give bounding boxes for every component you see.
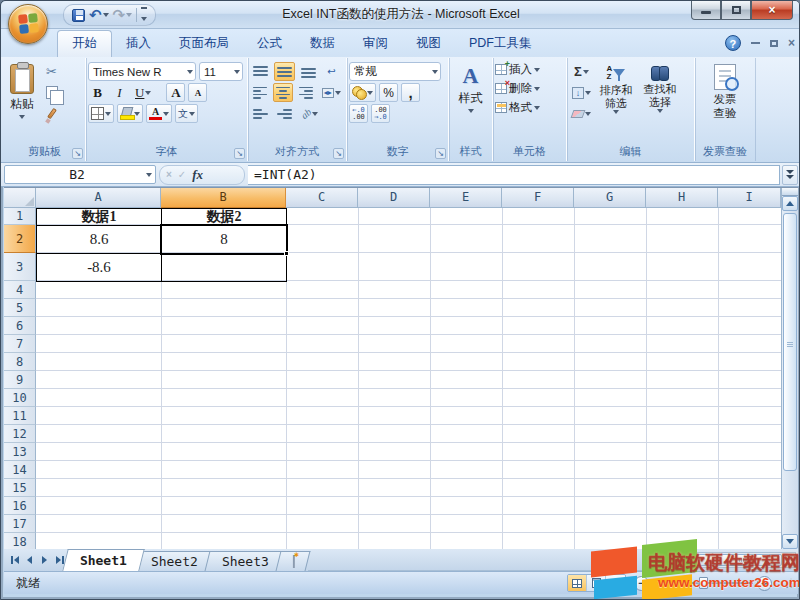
zoom-out-button[interactable]: − <box>634 576 649 591</box>
sort-filter-button[interactable]: AZ 排序和筛选 <box>594 62 638 145</box>
borders-button[interactable] <box>88 104 114 123</box>
phonetic-button[interactable]: 文 <box>175 104 198 123</box>
zoom-slider-thumb[interactable] <box>699 577 708 589</box>
normal-view-button[interactable] <box>568 575 587 591</box>
clipboard-dialog-launcher[interactable]: ↘ <box>72 148 83 159</box>
row-header[interactable]: 15 <box>4 479 36 497</box>
office-button[interactable] <box>8 4 48 44</box>
copy-button[interactable] <box>42 83 61 102</box>
font-name-combo[interactable]: Times New R <box>88 62 196 81</box>
row-header[interactable]: 17 <box>4 515 36 533</box>
styles-dropdown-arrow[interactable] <box>468 109 474 113</box>
tab-split-handle[interactable] <box>671 552 678 568</box>
select-all-corner[interactable] <box>4 188 36 208</box>
row-header[interactable]: 12 <box>4 425 36 443</box>
vertical-scrollbar[interactable] <box>781 188 798 549</box>
resize-grip[interactable] <box>782 578 792 588</box>
tab-home[interactable]: 开始 <box>57 30 112 57</box>
column-header-d[interactable]: D <box>358 188 430 208</box>
column-header-c[interactable]: C <box>286 188 358 208</box>
minimize-button[interactable] <box>691 1 721 20</box>
font-dialog-launcher[interactable]: ↘ <box>234 148 245 159</box>
row-cells[interactable] <box>36 335 781 353</box>
prev-sheet-button[interactable] <box>23 553 36 568</box>
close-button[interactable]: × <box>751 1 793 20</box>
sheet-tab-sheet3[interactable]: Sheet3 <box>204 551 286 571</box>
alignment-dialog-launcher[interactable]: ↘ <box>333 148 344 159</box>
merge-center-button[interactable]: ◂▸ <box>319 83 344 102</box>
tab-page-layout[interactable]: 页面布局 <box>165 31 243 57</box>
row-cells[interactable] <box>36 479 781 497</box>
column-header-f[interactable]: F <box>502 188 574 208</box>
row-header[interactable]: 9 <box>4 371 36 389</box>
cell-b3[interactable] <box>161 253 287 282</box>
row-header[interactable]: 16 <box>4 497 36 515</box>
row-cells[interactable] <box>36 443 781 461</box>
formula-bar-expand-button[interactable] <box>782 165 798 185</box>
workbook-minimize-button[interactable] <box>751 42 760 44</box>
row-cells[interactable] <box>36 299 781 317</box>
tab-insert[interactable]: 插入 <box>112 31 165 57</box>
fill-dropdown-arrow[interactable] <box>585 91 591 95</box>
column-header-b[interactable]: B <box>161 188 286 208</box>
row-cells[interactable] <box>36 317 781 335</box>
insert-function-button[interactable]: fx <box>192 167 203 183</box>
align-left-button[interactable] <box>250 83 270 102</box>
row-header[interactable]: 10 <box>4 389 36 407</box>
top-align-button[interactable] <box>250 62 271 81</box>
merge-dropdown-arrow[interactable] <box>335 91 341 95</box>
autosum-dropdown-arrow[interactable] <box>583 70 589 74</box>
first-sheet-button[interactable] <box>8 553 21 568</box>
clear-button[interactable] <box>569 104 594 123</box>
middle-align-button[interactable] <box>274 62 295 81</box>
font-color-button[interactable]: A <box>146 104 172 123</box>
increase-indent-button[interactable] <box>274 104 295 123</box>
align-center-button[interactable] <box>273 83 293 102</box>
scroll-up-button[interactable] <box>782 196 798 211</box>
row-header[interactable]: 11 <box>4 407 36 425</box>
autosum-button[interactable]: Σ <box>569 62 594 81</box>
invoice-check-button[interactable]: 发票查验 <box>697 62 753 122</box>
delete-cells-button[interactable]: 删除 <box>495 79 564 98</box>
row-cells[interactable] <box>36 497 781 515</box>
zoom-in-button[interactable]: + <box>757 576 772 591</box>
tab-review[interactable]: 审阅 <box>349 31 402 57</box>
underline-dropdown-arrow[interactable] <box>145 91 151 95</box>
percent-style-button[interactable]: % <box>379 83 398 102</box>
insert-dropdown-arrow[interactable] <box>534 68 540 72</box>
name-box[interactable]: B2 <box>4 165 156 184</box>
borders-dropdown-arrow[interactable] <box>105 112 111 116</box>
format-cells-button[interactable]: 格式 <box>495 98 564 117</box>
horizontal-scrollbar[interactable] <box>671 549 796 571</box>
selected-cell-b2[interactable]: 8 <box>160 224 288 255</box>
decrease-decimal-button[interactable]: .00→.0 <box>371 104 390 123</box>
sort-filter-dropdown-arrow[interactable] <box>613 110 619 114</box>
row-header[interactable]: 5 <box>4 299 36 317</box>
row-cells[interactable] <box>36 353 781 371</box>
tab-data[interactable]: 数据 <box>296 31 349 57</box>
row-cells[interactable] <box>36 533 781 549</box>
cell-a3[interactable]: -8.6 <box>36 253 162 282</box>
sheet-tab-sheet1[interactable]: Sheet1 <box>62 549 144 571</box>
format-dropdown-arrow[interactable] <box>534 106 540 110</box>
page-break-view-button[interactable] <box>606 575 625 591</box>
row-header[interactable]: 18 <box>4 533 36 549</box>
row-header[interactable]: 7 <box>4 335 36 353</box>
row-header[interactable]: 14 <box>4 461 36 479</box>
find-select-dropdown-arrow[interactable] <box>657 109 663 113</box>
decrease-indent-button[interactable] <box>250 104 271 123</box>
row-header[interactable]: 2 <box>4 225 36 253</box>
row-cells[interactable] <box>36 425 781 443</box>
fill-color-button[interactable] <box>117 104 143 123</box>
increase-decimal-button[interactable]: ←.0.00 <box>349 104 368 123</box>
comma-style-button[interactable]: , <box>401 83 420 102</box>
find-select-button[interactable]: 查找和选择 <box>638 62 682 145</box>
fill-button[interactable]: ↓ <box>569 83 594 102</box>
formula-input[interactable]: =INT(A2) <box>248 165 780 185</box>
font-color-dropdown-arrow[interactable] <box>163 112 169 116</box>
phonetic-dropdown-arrow[interactable] <box>189 112 195 116</box>
tab-pdf-tools[interactable]: PDF工具集 <box>455 31 546 57</box>
row-cells[interactable] <box>36 281 781 299</box>
cell-a1[interactable]: 数据1 <box>36 208 162 226</box>
cut-button[interactable]: ✂ <box>42 62 61 81</box>
